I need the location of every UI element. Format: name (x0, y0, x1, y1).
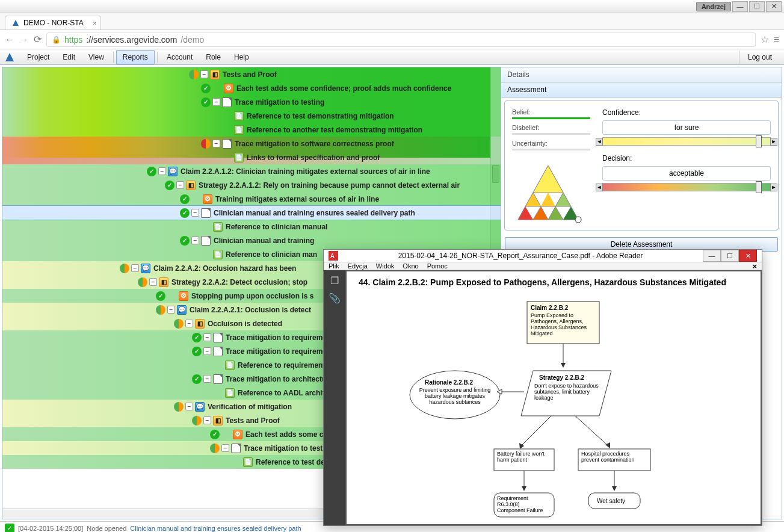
status-ok-icon: ✓ (180, 236, 190, 246)
spacer-icon (212, 84, 222, 93)
slider-thumb[interactable] (756, 135, 762, 147)
pdf-page[interactable]: 44. Claim 2.2.B.2: Pump Exposed to Patho… (347, 271, 761, 524)
tree-row[interactable]: ✓⚙Each test adds some confidence; proof … (2, 81, 501, 95)
status-ok-icon: ✓ (210, 430, 220, 439)
pdf-menu-help[interactable]: Pomoc (427, 262, 448, 270)
menu-view[interactable]: View (82, 50, 111, 64)
pdf-attachments-icon[interactable]: 📎 (329, 292, 341, 304)
slider-thumb[interactable] (756, 181, 762, 193)
bookmark-icon[interactable]: ☆ (761, 34, 769, 45)
confidence-slider[interactable]: ◄ ► (602, 137, 771, 146)
tree-row[interactable]: ✓−◧Strategy 2.2.A.1.2: Rely on training … (2, 178, 501, 192)
tree-row[interactable]: ✓−Clinician manual and training ensures … (2, 206, 501, 220)
tree-row[interactable]: ✓−Clinician manual and training (2, 234, 501, 247)
status-partial-icon (210, 444, 220, 453)
tree-row[interactable]: 📄Links to formal specification and proof (2, 150, 501, 164)
pdf-heading: 44. Claim 2.2.B.2: Pump Exposed to Patho… (359, 277, 749, 287)
pdf-menu-file[interactable]: Plik (329, 262, 339, 270)
pdf-window[interactable]: A 2015-02-04_14-26_NOR-STA_Report_Assura… (323, 249, 762, 526)
pdf-thumbnails-icon[interactable]: ❐ (330, 275, 339, 286)
gear-icon: ⚙ (203, 194, 212, 204)
pdf-sidebar: ❐ 📎 (324, 270, 345, 525)
menu-icon[interactable]: ≡ (774, 34, 779, 45)
reference-icon: 📄 (225, 360, 235, 370)
status-link[interactable]: Clinician manual and training ensures se… (130, 525, 301, 532)
tree-row[interactable]: 📄Reference to test demonstrating mitigat… (2, 109, 501, 123)
forward-icon[interactable]: → (19, 34, 29, 45)
menu-role[interactable]: Role (199, 50, 227, 64)
tree-row[interactable]: −Trace mitigation to software correctnes… (2, 137, 501, 150)
collapse-icon[interactable]: − (176, 181, 184, 189)
collapse-icon[interactable]: − (185, 320, 193, 327)
slider-right-icon[interactable]: ► (770, 184, 777, 191)
tree-row[interactable]: 📄Reference to another test demonstrating… (2, 123, 501, 137)
collapse-icon[interactable]: − (131, 264, 139, 272)
close-button[interactable]: ✕ (766, 1, 782, 12)
collapse-icon[interactable]: − (167, 306, 175, 314)
menu-project[interactable]: Project (20, 50, 56, 64)
minimize-button[interactable]: — (732, 1, 748, 12)
collapse-icon[interactable]: − (149, 278, 157, 286)
collapse-icon[interactable]: − (191, 209, 199, 217)
status-ok-icon: ✓ (192, 374, 202, 384)
svg-line-35 (575, 416, 608, 446)
decision-slider[interactable]: ◄ ► (602, 183, 771, 191)
url-bar[interactable]: 🔒 https://services.argevide.com/demo (46, 32, 756, 47)
status-partial-icon (138, 277, 147, 287)
logout-button[interactable]: Log out (739, 51, 780, 64)
collapse-icon[interactable]: − (221, 444, 229, 452)
slider-right-icon[interactable]: ► (770, 138, 777, 146)
reload-icon[interactable]: ⟳ (34, 34, 42, 45)
status-check-icon: ✓ (5, 524, 14, 533)
menu-reports[interactable]: Reports (116, 50, 155, 64)
svg-marker-1 (5, 53, 14, 61)
browser-tab[interactable]: DEMO - NOR-STA × (5, 16, 101, 29)
tree-label: Trace mitigation to requireme (226, 333, 327, 342)
pdf-menu-edit[interactable]: Edycja (348, 262, 368, 270)
tree-row[interactable]: ✓−💬Claim 2.2.A.1.2: Clinician training m… (2, 164, 501, 178)
collapse-icon[interactable]: − (185, 403, 193, 410)
tree-label: Trace mitigation to testing (235, 98, 324, 107)
tree-row[interactable]: −◧Tests and Proof (2, 67, 501, 81)
svg-marker-0 (13, 20, 19, 26)
pdf-minimize-button[interactable]: — (703, 250, 721, 262)
tab-close-icon[interactable]: × (93, 19, 97, 28)
collapse-icon[interactable]: − (203, 333, 211, 341)
pdf-menu-view[interactable]: Widok (376, 262, 395, 270)
tree-row[interactable]: 📄Reference to clinician manual (2, 220, 501, 234)
pdf-menu-window[interactable]: Okno (403, 262, 418, 270)
collapse-icon[interactable]: − (191, 237, 199, 244)
collapse-icon[interactable]: − (212, 140, 220, 147)
collapse-icon[interactable]: − (212, 98, 220, 106)
decision-value[interactable]: acceptable (602, 166, 771, 181)
tree-label: Reference to another test demonstrating … (247, 126, 422, 134)
status-partial-icon (189, 70, 199, 79)
tree-row[interactable]: ✓−Trace mitigation to testing (2, 95, 501, 109)
collapse-icon[interactable]: − (203, 375, 211, 383)
pdf-menubar-close-icon[interactable]: × (752, 262, 757, 271)
menu-edit[interactable]: Edit (56, 50, 82, 64)
pdf-close-button[interactable]: ✕ (739, 250, 757, 262)
pdf-maximize-button[interactable]: ☐ (721, 250, 739, 262)
status-partial-icon (120, 264, 129, 273)
claim-icon: 💬 (195, 402, 205, 412)
maximize-button[interactable]: ☐ (749, 1, 765, 12)
collapse-icon[interactable]: − (200, 70, 208, 78)
tree-label: Trace mitigation to architectu (226, 375, 326, 383)
spacer-icon (221, 430, 231, 439)
menu-help[interactable]: Help (227, 50, 256, 64)
slider-left-icon[interactable]: ◄ (596, 138, 603, 146)
menu-account[interactable]: Account (160, 50, 199, 64)
spacer-icon (191, 194, 201, 204)
confidence-value[interactable]: for sure (602, 120, 771, 135)
svg-marker-40 (522, 486, 526, 491)
collapse-icon[interactable]: − (158, 167, 166, 175)
collapse-icon[interactable]: − (203, 347, 211, 355)
slider-left-icon[interactable]: ◄ (596, 184, 603, 191)
back-icon[interactable]: ← (5, 34, 14, 45)
claim-icon: 💬 (168, 167, 177, 176)
status-ok-icon: ✓ (201, 84, 211, 93)
collapse-icon[interactable]: − (203, 416, 211, 424)
pdf-titlebar[interactable]: A 2015-02-04_14-26_NOR-STA_Report_Assura… (324, 250, 762, 262)
tree-row[interactable]: ✓⚙Training mitigates external sources of… (2, 192, 501, 206)
